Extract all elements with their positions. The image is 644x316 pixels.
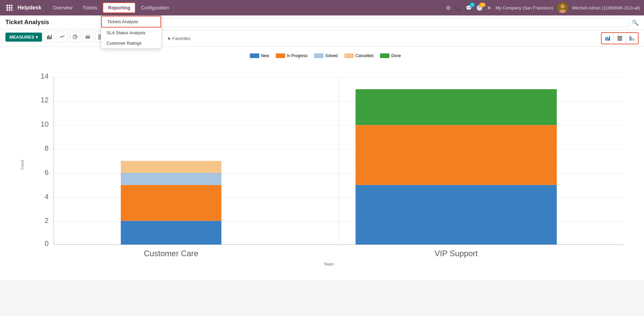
svg-rect-6 [6,9,8,11]
svg-rect-4 [9,7,10,9]
search-container [117,18,629,27]
top-menu: Overview Tickets Reporting Configuration [48,2,445,13]
y-axis-label: Count [20,63,24,267]
svg-text:12: 12 [40,96,48,104]
dropdown-tickets-analysis[interactable]: Tickets Analysis [101,16,161,28]
chart-svg: .axis-text { font: 22px sans-serif; fill… [27,63,631,258]
star-icon: ★ [167,36,171,41]
settings-icon[interactable]: ⚙ [446,5,451,11]
close-icon[interactable]: ✕ [487,5,491,11]
legend-done: Done [380,53,401,58]
pie-chart-icon[interactable] [70,32,80,42]
svg-rect-21 [85,35,90,36]
svg-rect-15 [51,35,52,39]
topnav-right: ⚙ 📞 💬 8 🕐 33 ✕ My Company (San Francisco… [446,2,640,13]
svg-rect-19 [85,37,90,38]
svg-rect-0 [6,5,8,6]
stack-chart-icon[interactable] [82,32,93,42]
area-chart-icon[interactable] [57,32,68,42]
svg-rect-7 [9,9,10,11]
phone-icon[interactable]: 📞 [455,5,461,11]
svg-text:0: 0 [45,239,49,247]
svg-rect-35 [631,37,632,41]
svg-rect-2 [11,5,12,6]
clock-badge: 33 [479,3,486,7]
svg-text:VIP Support: VIP Support [434,249,478,258]
svg-rect-33 [617,40,622,41]
svg-rect-27 [607,37,608,41]
svg-text:10: 10 [40,120,48,128]
chat-icon[interactable]: 💬 8 [465,5,472,11]
svg-rect-34 [630,36,631,41]
page-title: Ticket Analysis [5,19,49,26]
svg-rect-13 [48,35,49,39]
legend-new: New [250,53,269,58]
bar-cc-solved [121,173,221,185]
svg-rect-32 [617,39,622,40]
svg-rect-12 [47,36,48,39]
svg-text:8: 8 [45,144,49,152]
legend-inprogress: In Progress [276,53,307,58]
app-brand: Helpdesk [17,5,41,11]
svg-rect-20 [85,36,90,37]
bar-cc-cancelled [121,161,221,173]
favorites-button[interactable]: ★ Favorites [167,36,190,41]
view-toggle-group [601,32,639,44]
bar-vip-new [355,185,557,245]
nav-reporting[interactable]: Reporting [103,2,136,13]
dropdown-customer-ratings[interactable]: Customer Ratings [101,38,161,48]
svg-text:4: 4 [45,192,49,201]
svg-text:Customer Care: Customer Care [144,249,198,258]
svg-rect-36 [632,38,633,41]
bar-cc-inprogress [121,185,221,221]
svg-rect-1 [9,5,10,6]
bar-cc-new [121,221,221,245]
chat-badge: 8 [469,3,475,7]
svg-rect-30 [617,36,622,37]
svg-text:14: 14 [40,72,48,80]
chart-legend: New In Progress Solved Cancelled Done [20,53,631,58]
nav-tickets[interactable]: Tickets [78,3,102,12]
bar-vip-inprogress [355,125,557,185]
dropdown-sla-analysis[interactable]: SLA Status Analysis [101,28,161,38]
legend-solved: Solved [314,53,338,58]
search-input[interactable] [121,20,626,25]
clock-icon[interactable]: 🕐 33 [476,5,483,11]
measures-button[interactable]: MEASURES ▾ [5,33,42,42]
svg-rect-28 [608,38,609,41]
svg-rect-5 [11,7,12,9]
svg-rect-29 [609,36,610,41]
view-trend-button[interactable] [626,33,638,44]
svg-rect-8 [11,9,12,11]
svg-text:6: 6 [45,168,49,177]
chart-container: New In Progress Solved Cancelled Done Co… [0,47,644,280]
apps-menu-icon[interactable] [4,2,15,13]
svg-rect-3 [6,7,8,9]
x-axis-label: Team [27,262,631,267]
user-name[interactable]: Mitchell Admin (11950646-15-0-all) [572,5,640,10]
svg-rect-31 [617,37,622,38]
reporting-dropdown: Tickets Analysis SLA Status Analysis Cus… [101,15,161,49]
dropdown-arrow-icon: ▾ [36,35,38,40]
bar-vip-done [355,89,557,125]
svg-text:2: 2 [45,216,49,225]
company-name: My Company (San Francisco) [495,5,553,10]
svg-rect-37 [634,39,634,41]
view-list-button[interactable] [614,33,626,44]
bar-chart-icon[interactable] [44,32,55,42]
search-icon[interactable]: 🔍 [632,19,639,26]
nav-overview[interactable]: Overview [48,3,77,12]
view-bar-chart-button[interactable] [602,33,614,44]
svg-rect-26 [605,37,606,41]
svg-rect-14 [50,37,51,39]
nav-configuration[interactable]: Configuration [136,3,174,12]
avatar[interactable] [557,2,568,13]
svg-point-10 [561,4,565,8]
top-navigation: Helpdesk Overview Tickets Reporting Conf… [0,0,644,15]
chart-area: .axis-text { font: 22px sans-serif; fill… [27,63,631,267]
legend-cancelled: Cancelled [344,53,373,58]
